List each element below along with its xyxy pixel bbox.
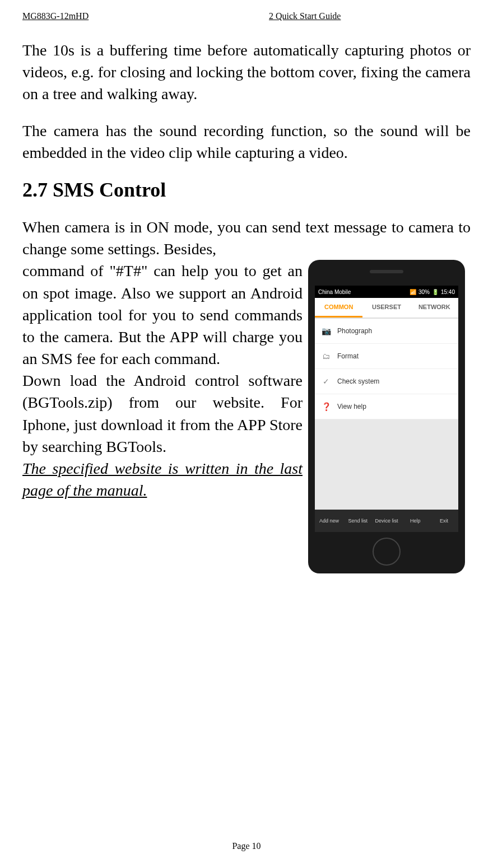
paragraph-sound: The camera has the sound recording funct…	[22, 120, 471, 164]
nav-add-new[interactable]: Add new	[315, 518, 343, 524]
text-column: command of "#T#" can help you to get an …	[22, 260, 303, 573]
help-icon: ❓	[320, 401, 332, 412]
phone-speaker	[370, 270, 403, 273]
menu-label: View help	[337, 403, 366, 410]
menu-label: Check system	[337, 377, 379, 385]
carrier-label: China Mobile	[318, 289, 351, 295]
check-icon: ✓	[320, 376, 332, 387]
phone-screen: China Mobile 📶 30% 🔋 15:40 COMMON USERSE…	[315, 286, 458, 532]
battery-label: 30%	[418, 289, 430, 295]
bottom-nav-bar: Add new Send list Device list Help Exit	[315, 510, 458, 532]
phone-column: China Mobile 📶 30% 🔋 15:40 COMMON USERSE…	[308, 260, 471, 573]
page-footer: Page 10	[0, 841, 493, 851]
menu-item-view-help[interactable]: ❓ View help	[315, 394, 458, 419]
menu-item-check-system[interactable]: ✓ Check system	[315, 369, 458, 394]
nav-send-list[interactable]: Send list	[343, 518, 372, 524]
camera-icon: 📷	[320, 325, 332, 337]
status-right: 📶 30% 🔋 15:40	[410, 289, 455, 295]
content-row: command of "#T#" can help you to get an …	[22, 260, 471, 573]
phone-mockup: China Mobile 📶 30% 🔋 15:40 COMMON USERSE…	[308, 260, 465, 573]
page-header: MG883G-12mHD 2 Quick Start Guide	[22, 11, 471, 22]
menu-label: Photograph	[337, 327, 372, 335]
col-p3-website-note: The specified website is written in the …	[22, 458, 303, 501]
tab-bar: COMMON USERSET NETWORK	[315, 298, 458, 319]
paragraph-buffering: The 10s is a buffering time before autom…	[22, 39, 471, 105]
tab-network[interactable]: NETWORK	[411, 298, 458, 318]
menu-item-format[interactable]: 🗂 Format	[315, 344, 458, 369]
time-label: 15:40	[441, 289, 455, 295]
nav-device-list[interactable]: Device list	[372, 518, 401, 524]
header-section: 2 Quick Start Guide	[224, 11, 471, 21]
menu-label: Format	[337, 352, 359, 360]
tab-userset[interactable]: USERSET	[362, 298, 410, 318]
phone-home-button[interactable]	[373, 538, 401, 566]
section-title: 2.7 SMS Control	[22, 178, 471, 202]
format-icon: 🗂	[320, 351, 332, 362]
tab-common[interactable]: COMMON	[315, 298, 362, 318]
col-p1: command of "#T#" can help you to get an …	[22, 260, 303, 370]
signal-icon: 📶	[410, 289, 416, 295]
section-intro: When camera is in ON mode, you can send …	[22, 216, 471, 260]
col-p2: Down load the Android control software (…	[22, 370, 303, 458]
status-bar: China Mobile 📶 30% 🔋 15:40	[315, 286, 458, 298]
nav-exit[interactable]: Exit	[430, 518, 458, 524]
menu-list: 📷 Photograph 🗂 Format ✓ Check system ❓ V…	[315, 319, 458, 419]
battery-icon: 🔋	[432, 289, 439, 295]
nav-help[interactable]: Help	[401, 518, 430, 524]
header-model: MG883G-12mHD	[22, 11, 224, 21]
menu-item-photograph[interactable]: 📷 Photograph	[315, 319, 458, 344]
